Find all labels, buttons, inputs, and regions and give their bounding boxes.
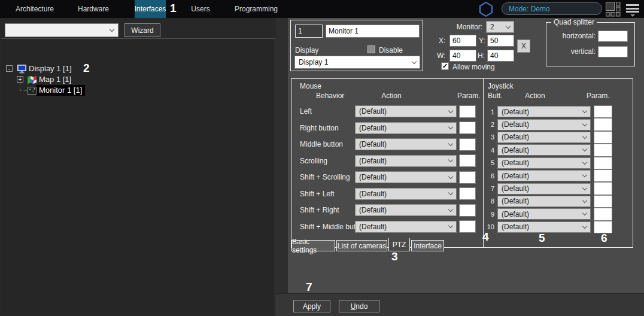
tab-interface[interactable]: Interface — [411, 240, 444, 251]
tab-basic-settings[interactable]: Basic settings — [291, 240, 335, 251]
expand-toggle[interactable]: + — [17, 76, 23, 83]
monitor-name-input[interactable] — [326, 25, 420, 38]
mouse-action-select[interactable]: (Default) — [355, 138, 457, 150]
tab-strip: Basic settingsList of camerasPTZInterfac… — [291, 238, 444, 251]
joystick-action-select[interactable]: (Default) — [497, 132, 591, 143]
monitor-number-select[interactable]: 2 — [486, 21, 514, 33]
mouse-behavior-label: Left — [291, 107, 355, 116]
vertical-input[interactable] — [598, 46, 628, 57]
display-label: Display — [295, 46, 318, 54]
mouse-behavior-label: Middle button — [291, 140, 355, 148]
tab-list-of-cameras[interactable]: List of cameras — [336, 240, 387, 251]
h-input[interactable] — [487, 50, 514, 62]
joystick-button-number: 2 — [484, 121, 494, 128]
joystick-action-select[interactable]: (Default) — [497, 208, 591, 220]
mouse-action-select[interactable]: (Default) — [355, 122, 457, 134]
param-header: Param. — [587, 92, 610, 100]
x-input[interactable] — [449, 35, 476, 47]
mouse-param-input[interactable] — [459, 171, 476, 184]
mode-field[interactable]: Mode: Demo — [502, 2, 602, 15]
y-input[interactable] — [487, 35, 514, 47]
mouse-param-input[interactable] — [459, 121, 476, 134]
joystick-param-input[interactable] — [594, 169, 612, 182]
joystick-param-input[interactable] — [594, 208, 612, 220]
monitor-id-input[interactable] — [295, 25, 323, 38]
mouse-row: Scrolling(Default) — [291, 155, 483, 167]
mouse-param-input[interactable] — [459, 220, 476, 233]
nav-hardware[interactable]: Hardware — [68, 0, 119, 18]
w-input[interactable] — [449, 50, 476, 62]
mouse-action-select[interactable]: (Default) — [355, 155, 457, 167]
nav-interfaces[interactable]: Interfaces — [135, 0, 166, 18]
joystick-param-input[interactable] — [594, 105, 612, 118]
joystick-param-input[interactable] — [594, 118, 612, 130]
step-marker-4: 4 — [482, 231, 489, 243]
topbar: ArchitectureHardwareInterfacesUsersProgr… — [0, 0, 644, 18]
joystick-param-input[interactable] — [594, 157, 612, 169]
joystick-action-select[interactable]: (Default) — [497, 221, 591, 233]
hexagon-logo-icon — [478, 1, 494, 19]
horizontal-input[interactable] — [598, 31, 628, 42]
collapse-toggle[interactable]: - — [6, 65, 13, 72]
joystick-action-select[interactable]: (Default) — [497, 119, 591, 130]
tree-item-label[interactable]: Display 1 [1] — [29, 64, 72, 74]
mouse-action-select[interactable]: (Default) — [355, 204, 457, 216]
joystick-param-input[interactable] — [594, 195, 612, 208]
tab-ptz[interactable]: PTZ — [388, 238, 410, 251]
mouse-behavior-label: Scrolling — [291, 157, 355, 165]
nav-architecture[interactable]: Architecture — [11, 0, 59, 18]
allow-moving-checkbox[interactable]: ✓ — [441, 62, 449, 70]
joystick-action-value: (Default) — [502, 159, 529, 167]
mouse-param-input[interactable] — [459, 105, 476, 118]
step-marker-6: 6 — [601, 232, 607, 244]
mouse-title: Mouse — [300, 82, 321, 90]
quad-splitter-group: Quad splitter horizontal: vertical: — [546, 22, 635, 66]
joystick-action-select[interactable]: (Default) — [497, 183, 591, 195]
close-monitor-button[interactable]: X — [517, 40, 530, 53]
mouse-row: Shift + Scrolling(Default) — [291, 171, 483, 183]
apply-button[interactable]: Apply — [293, 300, 330, 312]
joystick-param-input[interactable] — [594, 182, 612, 195]
joystick-button-number: 3 — [484, 133, 494, 141]
preset-combobox[interactable] — [5, 23, 119, 37]
mouse-row: Shift + Middle butt.(Default) — [291, 221, 483, 233]
joystick-action-select[interactable]: (Default) — [497, 106, 591, 117]
mouse-action-select[interactable]: (Default) — [355, 105, 457, 117]
mouse-behavior-label: Right button — [291, 124, 355, 132]
mouse-action-select[interactable]: (Default) — [355, 221, 457, 233]
mouse-param-input[interactable] — [459, 204, 476, 217]
hamburger-menu-icon[interactable] — [626, 4, 639, 17]
chevron-down-icon — [448, 108, 453, 113]
joystick-button-number: 1 — [484, 108, 494, 116]
joystick-param-input[interactable] — [594, 131, 612, 144]
disable-checkbox[interactable] — [367, 45, 375, 53]
undo-button[interactable]: Undo — [339, 300, 379, 312]
layout-grid-icon[interactable] — [606, 2, 621, 19]
chevron-down-icon — [412, 59, 417, 63]
display-select[interactable]: Display 1 — [294, 56, 420, 69]
mouse-action-value: (Default) — [359, 190, 387, 198]
joystick-param-input[interactable] — [594, 144, 612, 156]
mouse-param-input[interactable] — [459, 187, 476, 200]
joystick-action-select[interactable]: (Default) — [497, 144, 591, 156]
mouse-action-select[interactable]: (Default) — [355, 171, 457, 183]
mouse-param-input[interactable] — [459, 154, 476, 167]
nav-users[interactable]: Users — [181, 0, 220, 18]
joystick-action-select[interactable]: (Default) — [497, 196, 591, 207]
nav-programming[interactable]: Programming — [229, 0, 283, 18]
joystick-action-select[interactable]: (Default) — [497, 157, 591, 169]
vertical-label: vertical: — [550, 47, 596, 56]
tree-item-label[interactable]: Monitor 1 [1] — [36, 85, 85, 96]
mouse-row: Middle button(Default) — [291, 138, 483, 150]
chevron-down-icon — [582, 160, 587, 165]
joystick-action-select[interactable]: (Default) — [497, 170, 591, 181]
joystick-button-number: 10 — [484, 223, 494, 230]
mouse-action-value: (Default) — [359, 157, 387, 165]
tree-item-label[interactable]: Map 1 [1] — [39, 75, 71, 84]
mouse-action-select[interactable]: (Default) — [355, 188, 457, 200]
horizontal-label: horizontal: — [550, 32, 596, 40]
step-marker-7: 7 — [306, 281, 312, 293]
display-select-value: Display 1 — [299, 58, 328, 66]
wizard-button[interactable]: Wizard — [124, 23, 160, 37]
mouse-param-input[interactable] — [459, 138, 476, 151]
